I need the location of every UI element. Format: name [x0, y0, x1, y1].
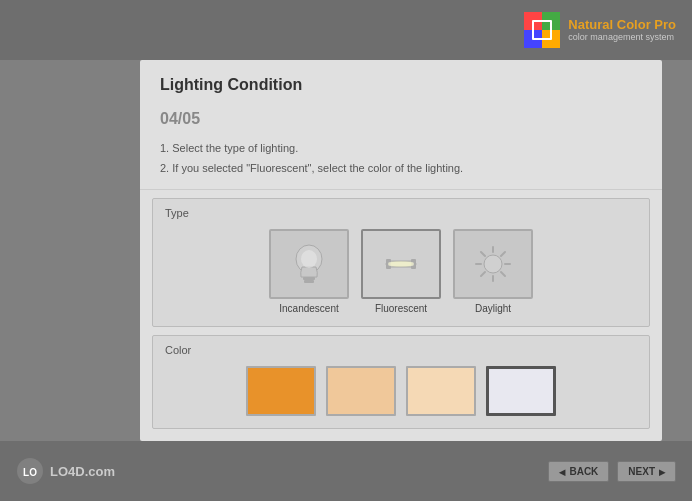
- color-option-warm-light[interactable]: [326, 366, 396, 416]
- svg-rect-8: [542, 30, 550, 38]
- app-subtitle: color management system: [568, 32, 676, 43]
- logo-icon: [524, 12, 560, 48]
- type-label: Type: [165, 207, 637, 219]
- incandescent-label: Incandescent: [279, 303, 339, 314]
- next-arrow-icon: [659, 466, 665, 477]
- type-option-fluorescent[interactable]: Fluorescent: [361, 229, 441, 314]
- app-title: Natural Color Pro: [568, 17, 676, 33]
- fluorescent-box[interactable]: [361, 229, 441, 299]
- page-number: 04/05: [160, 100, 642, 131]
- header-section: Lighting Condition 04/05 1. Select the t…: [140, 60, 662, 190]
- logo-text-area: Natural Color Pro color management syste…: [568, 17, 676, 43]
- svg-line-25: [481, 252, 485, 256]
- daylight-label: Daylight: [475, 303, 511, 314]
- type-option-daylight[interactable]: Daylight: [453, 229, 533, 314]
- content-area: Lighting Condition 04/05 1. Select the t…: [140, 60, 662, 441]
- app-title-bold: Pro: [654, 17, 676, 32]
- color-option-warm-orange[interactable]: [246, 366, 316, 416]
- next-label: NEXT: [628, 466, 655, 477]
- top-bar: Natural Color Pro color management syste…: [0, 0, 692, 60]
- nav-buttons: BACK NEXT: [548, 461, 676, 482]
- page-title: Lighting Condition: [160, 76, 642, 94]
- incandescent-box[interactable]: [269, 229, 349, 299]
- color-section: Color: [152, 335, 650, 429]
- svg-rect-13: [304, 280, 314, 283]
- color-option-cool-white[interactable]: [486, 366, 556, 416]
- color-option-neutral-warm[interactable]: [406, 366, 476, 416]
- svg-line-26: [501, 272, 505, 276]
- type-section: Type Incandescent: [152, 198, 650, 327]
- next-button[interactable]: NEXT: [617, 461, 676, 482]
- type-option-incandescent[interactable]: Incandescent: [269, 229, 349, 314]
- bottom-logo: LO LO4D.com: [16, 457, 115, 485]
- svg-point-20: [484, 255, 502, 273]
- svg-rect-12: [303, 277, 315, 280]
- svg-rect-7: [534, 30, 542, 38]
- bulb-icon: [284, 239, 334, 289]
- color-label: Color: [165, 344, 637, 356]
- page-current: 04: [160, 110, 178, 127]
- svg-text:LO: LO: [23, 467, 37, 478]
- svg-point-14: [301, 250, 317, 268]
- back-label: BACK: [569, 466, 598, 477]
- app-title-normal: Natural Color: [568, 17, 654, 32]
- svg-line-27: [501, 252, 505, 256]
- main-container: Natural Color Pro color management syste…: [0, 0, 692, 501]
- svg-rect-5: [534, 22, 542, 30]
- page-total: 05: [182, 110, 200, 127]
- bottom-logo-text: LO4D.com: [50, 464, 115, 479]
- type-options: Incandescent Fluorescent: [165, 229, 637, 314]
- tube-icon: [376, 239, 426, 289]
- bottom-bar: LO LO4D.com BACK NEXT: [0, 441, 692, 501]
- back-arrow-icon: [559, 466, 565, 477]
- color-options: [165, 366, 637, 416]
- logo-area: Natural Color Pro color management syste…: [524, 12, 676, 48]
- svg-rect-6: [542, 22, 550, 30]
- fluorescent-label: Fluorescent: [375, 303, 427, 314]
- instruction-2: 2. If you selected "Fluorescent", select…: [160, 159, 642, 179]
- back-button[interactable]: BACK: [548, 461, 609, 482]
- svg-point-19: [389, 261, 413, 267]
- instruction-1: 1. Select the type of lighting.: [160, 139, 642, 159]
- sun-icon: [468, 239, 518, 289]
- bottom-logo-icon: LO: [16, 457, 44, 485]
- instructions: 1. Select the type of lighting. 2. If yo…: [160, 139, 642, 179]
- daylight-box[interactable]: [453, 229, 533, 299]
- svg-line-28: [481, 272, 485, 276]
